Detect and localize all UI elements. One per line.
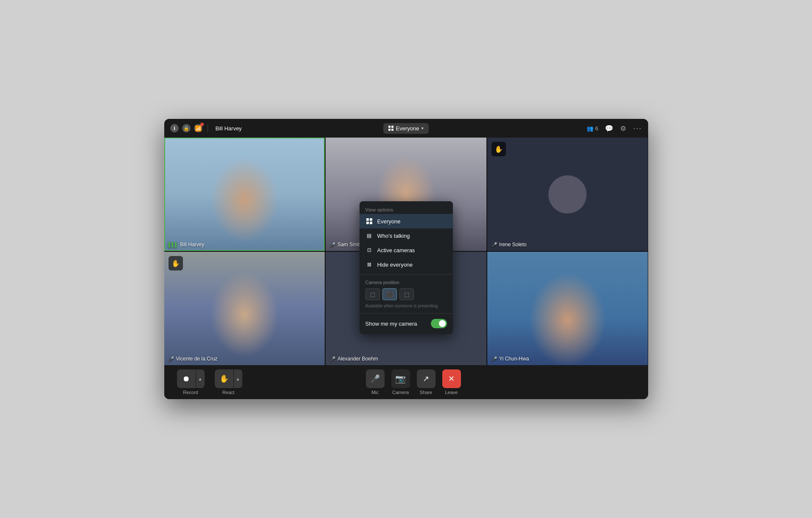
leave-label: Leave — [445, 390, 458, 395]
record-expand-button[interactable]: ▲ — [196, 369, 205, 388]
irene-avatar-circle — [548, 175, 587, 214]
signal-badge — [200, 123, 204, 126]
everyone-item-label: Everyone — [377, 218, 401, 225]
mic-group: 🎤 Mic — [366, 369, 385, 395]
hand-raise-indicator-vicente: ✋ — [169, 256, 183, 270]
camera-label: Camera — [392, 390, 409, 395]
react-label: React — [222, 390, 235, 395]
mic-icon-irene: 🎤 — [492, 242, 497, 248]
camera-position-buttons: ⬚ ⬛ ⬚ — [360, 287, 453, 304]
leave-group: ✕ Leave — [442, 369, 461, 395]
participants-number: 6 — [595, 125, 598, 132]
participants-icon: 👥 — [587, 125, 593, 132]
meeting-name: Bill Harvey — [216, 125, 242, 132]
react-row: ✋ ▲ — [215, 369, 242, 388]
mic-icon-sam: 🎤 — [330, 242, 336, 248]
title-bar: ℹ 🔒 📶 Bill Harvey Everyone ▾ 👥 6 — [164, 119, 648, 138]
share-button[interactable]: ↗ — [417, 369, 436, 388]
video-cell-yi: 🎤 Yi Chun-Hwa — [487, 252, 648, 365]
video-vicente — [164, 252, 325, 365]
available-note: Available when someone is presenting — [360, 304, 453, 311]
titlebar-center: Everyone ▾ — [383, 123, 429, 134]
camera-group: 📷 Camera — [391, 369, 410, 395]
record-button[interactable]: ⏺ — [177, 369, 196, 388]
cell-name-irene-soleto: 🎤 Irene Soleto — [492, 242, 527, 248]
active-cameras-icon: ⊡ — [365, 246, 373, 254]
cam-pos-center[interactable]: ⬛ — [382, 288, 397, 300]
titlebar-left: ℹ 🔒 📶 Bill Harvey — [170, 124, 242, 132]
settings-icon[interactable]: ⚙ — [620, 124, 626, 132]
lock-icon[interactable]: 🔒 — [182, 124, 191, 132]
cell-name-yi: 🎤 Yi Chun-Hwa — [492, 356, 529, 362]
share-label: Share — [420, 390, 432, 395]
mic-icon-yi: 🎤 — [492, 356, 497, 362]
dropdown-divider — [360, 274, 453, 275]
whos-talking-label: Who's talking — [377, 233, 410, 239]
toggle-knob — [439, 320, 446, 327]
mic-icon-alexander: 🎤 — [330, 356, 336, 362]
leave-button[interactable]: ✕ — [442, 369, 461, 388]
signal-icon[interactable]: 📶 — [194, 124, 202, 132]
dropdown-divider-2 — [360, 313, 453, 314]
show-camera-row: Show me my camera — [360, 316, 453, 331]
active-cameras-label: Active cameras — [377, 247, 415, 253]
everyone-label: Everyone — [396, 125, 419, 132]
dropdown-menu: View options Everyone ▤ Who's talking ⊡ — [360, 201, 453, 334]
cam-pos-left[interactable]: ⬚ — [365, 288, 380, 300]
view-options-dropdown: View options Everyone ▤ Who's talking ⊡ — [360, 201, 453, 334]
react-button[interactable]: ✋ — [215, 369, 233, 388]
whos-talking-icon: ▤ — [365, 232, 373, 239]
mic-label: Mic — [371, 390, 379, 395]
show-camera-toggle[interactable] — [431, 319, 447, 328]
grid-icon — [388, 126, 393, 131]
hide-everyone-icon: ⊠ — [365, 261, 373, 268]
camera-button[interactable]: 📷 — [391, 369, 410, 388]
video-grid: ▌▌▌ Bill Harvey 🎤 Sam Smith ✋ 🎤 Irene So… — [164, 138, 648, 365]
view-options-button[interactable]: Everyone ▾ — [383, 123, 429, 134]
cell-name-alexander: 🎤 Alexander Boehm — [330, 356, 378, 362]
info-icon[interactable]: ℹ — [170, 124, 179, 132]
dropdown-section-label: View options — [360, 205, 453, 214]
record-label: Record — [183, 390, 198, 395]
mic-icon-vicente: 🎤 — [169, 356, 174, 362]
hand-raise-indicator-irene: ✋ — [492, 142, 506, 156]
participants-count[interactable]: 👥 6 — [587, 125, 598, 132]
chevron-down-icon: ▾ — [421, 126, 424, 130]
record-group: ⏺ ▲ Record — [177, 369, 205, 395]
toolbar-center: 🎤 Mic 📷 Camera ↗ Share ✕ Leave — [366, 369, 461, 395]
cell-name-vicente: 🎤 Vicente de la Cruz — [169, 356, 218, 362]
video-cell-vicente: ✋ 🎤 Vicente de la Cruz — [164, 252, 325, 365]
dropdown-item-hide-everyone[interactable]: ⊠ Hide everyone — [360, 257, 453, 272]
video-yi — [487, 252, 648, 365]
share-group: ↗ Share — [417, 369, 436, 395]
cell-name-bill-harvey: ▌▌▌ Bill Harvey — [169, 242, 205, 248]
more-icon[interactable]: ··· — [633, 124, 642, 133]
toolbar-left: ⏺ ▲ Record ✋ ▲ React — [177, 369, 242, 395]
mic-button[interactable]: 🎤 — [366, 369, 385, 388]
cam-pos-right[interactable]: ⬚ — [399, 288, 414, 300]
bottom-toolbar: ⏺ ▲ Record ✋ ▲ React 🎤 Mic 📷 Came — [164, 365, 648, 399]
chat-icon[interactable]: 💬 — [605, 124, 613, 132]
dropdown-item-whos-talking[interactable]: ▤ Who's talking — [360, 228, 453, 243]
record-row: ⏺ ▲ — [177, 369, 205, 388]
titlebar-right: 👥 6 💬 ⚙ ··· — [587, 124, 642, 133]
cell-name-sam-smith: 🎤 Sam Smith — [330, 242, 362, 248]
hide-everyone-label: Hide everyone — [377, 262, 413, 268]
video-cell-bill-harvey: ▌▌▌ Bill Harvey — [164, 138, 325, 251]
active-speaker-icon: ▌▌▌ — [169, 242, 178, 247]
dropdown-item-everyone[interactable]: Everyone — [360, 214, 453, 228]
video-cell-irene-soleto: ✋ 🎤 Irene Soleto — [487, 138, 648, 251]
everyone-grid-icon — [365, 217, 373, 225]
video-bill-harvey — [164, 138, 325, 251]
camera-position-label: Camera position — [360, 277, 453, 287]
react-expand-button[interactable]: ▲ — [234, 369, 242, 388]
dropdown-item-active-cameras[interactable]: ⊡ Active cameras — [360, 243, 453, 257]
app-window: Hide self-view ℹ 🔒 📶 Bill Harvey Everyon… — [164, 119, 648, 399]
react-group: ✋ ▲ React — [215, 369, 242, 395]
show-camera-label: Show me my camera — [365, 321, 417, 327]
